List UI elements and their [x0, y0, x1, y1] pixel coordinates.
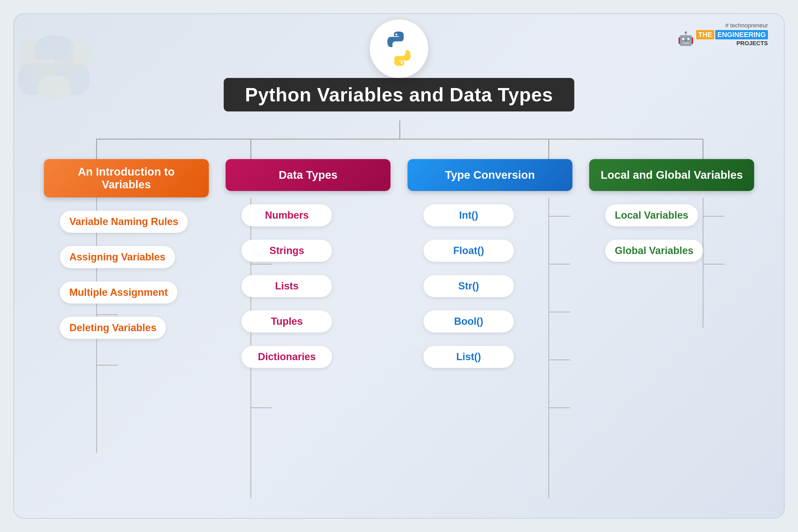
type-item-3: Bool() — [423, 310, 514, 332]
data-item-0-label: Numbers — [265, 210, 309, 221]
data-item-1-label: Strings — [269, 245, 304, 256]
branches-container: An Introduction to Variables Variable Na… — [35, 159, 763, 368]
data-item-4-label: Dictionaries — [258, 351, 316, 362]
data-item-1: Strings — [242, 240, 332, 262]
type-item-3-label: Bool() — [454, 316, 483, 327]
type-item-0-label: Int() — [459, 210, 478, 221]
type-sub-items: Int() Float() Str() Bool() List() — [407, 204, 572, 368]
type-item-4: List() — [423, 346, 514, 368]
robot-icon: 🤖 — [678, 31, 694, 46]
cat-intro-label: An Introduction to Variables — [55, 166, 198, 191]
data-item-2-label: Lists — [275, 280, 299, 291]
data-sub-items: Numbers Strings Lists Tuples Dictionarie… — [226, 204, 391, 368]
intro-item-3-label: Deleting Variables — [70, 322, 156, 333]
main-title: Python Variables and Data Types — [245, 84, 553, 105]
local-item-1-label: Global Variables — [615, 245, 694, 256]
intro-item-2-label: Multiple Assignment — [70, 287, 168, 298]
data-item-3-label: Tuples — [271, 316, 303, 327]
type-item-1: Float() — [423, 240, 514, 262]
type-item-0: Int() — [423, 204, 514, 226]
intro-sub-items: Variable Naming Rules Assigning Variable… — [44, 211, 209, 339]
type-item-2: Str() — [423, 275, 514, 297]
cat-intro-header: An Introduction to Variables — [44, 159, 209, 197]
local-item-0-label: Local Variables — [615, 210, 688, 221]
cat-type-label: Type Conversion — [445, 169, 535, 182]
logo-projects: PROJECTS — [696, 40, 768, 47]
branch-type: Type Conversion Int() Float() Str() Bool… — [407, 159, 572, 368]
local-item-1: Global Variables — [605, 240, 703, 262]
cat-type-header: Type Conversion — [407, 159, 572, 191]
data-item-0: Numbers — [242, 204, 332, 226]
logo-area: # technopreneur 🤖 THE ENGINEERING PROJEC… — [678, 22, 768, 47]
local-item-0: Local Variables — [605, 204, 698, 226]
logo-text-group: THE ENGINEERING PROJECTS — [696, 30, 768, 47]
logo-the: THE — [696, 30, 714, 39]
local-sub-items: Local Variables Global Variables — [589, 204, 754, 262]
cat-data-header: Data Types — [226, 159, 391, 191]
intro-item-1: Assigning Variables — [60, 246, 175, 268]
branch-data: Data Types Numbers Strings Lists Tuples … — [226, 159, 391, 368]
type-item-1-label: Float() — [453, 245, 484, 256]
data-item-4: Dictionaries — [242, 346, 332, 368]
branch-intro: An Introduction to Variables Variable Na… — [44, 159, 209, 368]
cat-data-label: Data Types — [279, 169, 338, 182]
python-logo-circle — [370, 19, 428, 78]
cat-local-label: Local and Global Variables — [601, 169, 743, 182]
main-container: # technopreneur 🤖 THE ENGINEERING PROJEC… — [13, 13, 785, 519]
data-item-2: Lists — [242, 275, 332, 297]
intro-item-0: Variable Naming Rules — [60, 211, 188, 233]
hashtag-text: # technopreneur — [725, 22, 768, 29]
intro-item-1-label: Assigning Variables — [70, 251, 166, 263]
logo-engineering: ENGINEERING — [715, 30, 768, 39]
type-item-4-label: List() — [456, 351, 481, 362]
intro-item-2: Multiple Assignment — [60, 281, 177, 304]
cat-local-header: Local and Global Variables — [589, 159, 754, 191]
branch-local: Local and Global Variables Local Variabl… — [589, 159, 754, 368]
intro-item-3: Deleting Variables — [60, 317, 166, 339]
data-item-3: Tuples — [242, 310, 332, 332]
intro-item-0-label: Variable Naming Rules — [70, 216, 178, 227]
logo-box: 🤖 THE ENGINEERING PROJECTS — [678, 30, 768, 47]
type-item-2-label: Str() — [458, 280, 479, 291]
watermark-python — [14, 27, 94, 107]
main-title-bar: Python Variables and Data Types — [224, 78, 574, 111]
